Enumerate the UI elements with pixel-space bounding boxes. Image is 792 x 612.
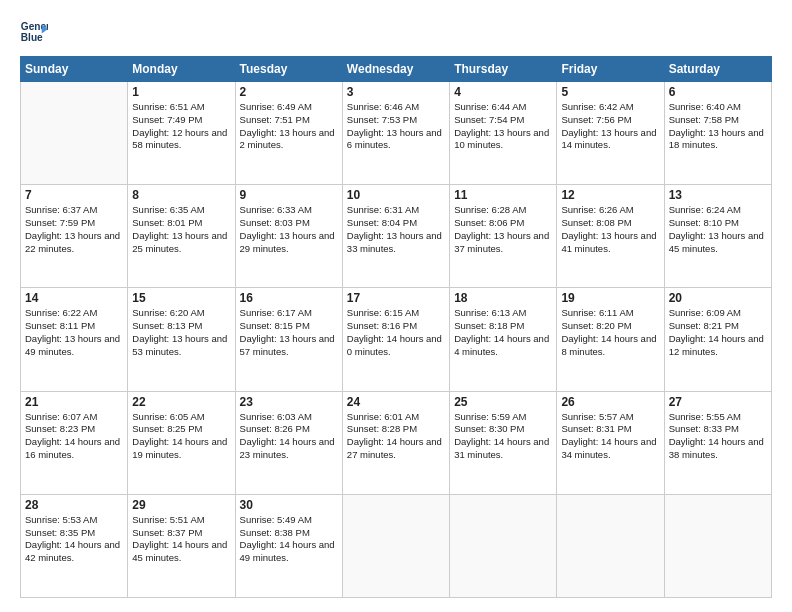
calendar-cell: 2Sunrise: 6:49 AMSunset: 7:51 PMDaylight… [235, 82, 342, 185]
calendar-cell: 19Sunrise: 6:11 AMSunset: 8:20 PMDayligh… [557, 288, 664, 391]
calendar-cell: 18Sunrise: 6:13 AMSunset: 8:18 PMDayligh… [450, 288, 557, 391]
day-number: 21 [25, 395, 123, 409]
calendar-cell [664, 494, 771, 597]
logo: General Blue [20, 18, 50, 46]
calendar-cell: 13Sunrise: 6:24 AMSunset: 8:10 PMDayligh… [664, 185, 771, 288]
day-number: 23 [240, 395, 338, 409]
calendar-cell: 5Sunrise: 6:42 AMSunset: 7:56 PMDaylight… [557, 82, 664, 185]
day-number: 17 [347, 291, 445, 305]
calendar-header-row: SundayMondayTuesdayWednesdayThursdayFrid… [21, 57, 772, 82]
calendar-cell: 23Sunrise: 6:03 AMSunset: 8:26 PMDayligh… [235, 391, 342, 494]
calendar-cell: 16Sunrise: 6:17 AMSunset: 8:15 PMDayligh… [235, 288, 342, 391]
day-number: 16 [240, 291, 338, 305]
day-info: Sunrise: 6:31 AMSunset: 8:04 PMDaylight:… [347, 204, 445, 255]
calendar-day-header: Thursday [450, 57, 557, 82]
day-number: 14 [25, 291, 123, 305]
calendar-cell: 14Sunrise: 6:22 AMSunset: 8:11 PMDayligh… [21, 288, 128, 391]
calendar-cell: 4Sunrise: 6:44 AMSunset: 7:54 PMDaylight… [450, 82, 557, 185]
day-number: 1 [132, 85, 230, 99]
day-number: 2 [240, 85, 338, 99]
day-info: Sunrise: 6:11 AMSunset: 8:20 PMDaylight:… [561, 307, 659, 358]
calendar-cell: 28Sunrise: 5:53 AMSunset: 8:35 PMDayligh… [21, 494, 128, 597]
day-number: 25 [454, 395, 552, 409]
day-info: Sunrise: 6:17 AMSunset: 8:15 PMDaylight:… [240, 307, 338, 358]
calendar-cell [21, 82, 128, 185]
day-number: 24 [347, 395, 445, 409]
calendar-cell: 29Sunrise: 5:51 AMSunset: 8:37 PMDayligh… [128, 494, 235, 597]
calendar-day-header: Friday [557, 57, 664, 82]
day-number: 26 [561, 395, 659, 409]
day-info: Sunrise: 6:46 AMSunset: 7:53 PMDaylight:… [347, 101, 445, 152]
day-number: 28 [25, 498, 123, 512]
calendar-week-row: 14Sunrise: 6:22 AMSunset: 8:11 PMDayligh… [21, 288, 772, 391]
day-number: 15 [132, 291, 230, 305]
calendar-day-header: Sunday [21, 57, 128, 82]
calendar-table: SundayMondayTuesdayWednesdayThursdayFrid… [20, 56, 772, 598]
day-info: Sunrise: 6:33 AMSunset: 8:03 PMDaylight:… [240, 204, 338, 255]
calendar-cell: 3Sunrise: 6:46 AMSunset: 7:53 PMDaylight… [342, 82, 449, 185]
day-info: Sunrise: 6:20 AMSunset: 8:13 PMDaylight:… [132, 307, 230, 358]
day-number: 12 [561, 188, 659, 202]
calendar-day-header: Wednesday [342, 57, 449, 82]
day-info: Sunrise: 6:07 AMSunset: 8:23 PMDaylight:… [25, 411, 123, 462]
day-number: 9 [240, 188, 338, 202]
calendar-cell: 21Sunrise: 6:07 AMSunset: 8:23 PMDayligh… [21, 391, 128, 494]
calendar-day-header: Monday [128, 57, 235, 82]
day-number: 27 [669, 395, 767, 409]
header: General Blue [20, 18, 772, 46]
day-number: 20 [669, 291, 767, 305]
calendar-week-row: 7Sunrise: 6:37 AMSunset: 7:59 PMDaylight… [21, 185, 772, 288]
calendar-cell: 12Sunrise: 6:26 AMSunset: 8:08 PMDayligh… [557, 185, 664, 288]
calendar-cell: 11Sunrise: 6:28 AMSunset: 8:06 PMDayligh… [450, 185, 557, 288]
calendar-week-row: 1Sunrise: 6:51 AMSunset: 7:49 PMDaylight… [21, 82, 772, 185]
day-info: Sunrise: 6:42 AMSunset: 7:56 PMDaylight:… [561, 101, 659, 152]
calendar-cell: 1Sunrise: 6:51 AMSunset: 7:49 PMDaylight… [128, 82, 235, 185]
logo-icon: General Blue [20, 18, 48, 46]
day-number: 3 [347, 85, 445, 99]
calendar-cell: 20Sunrise: 6:09 AMSunset: 8:21 PMDayligh… [664, 288, 771, 391]
day-number: 6 [669, 85, 767, 99]
day-info: Sunrise: 5:57 AMSunset: 8:31 PMDaylight:… [561, 411, 659, 462]
day-info: Sunrise: 6:05 AMSunset: 8:25 PMDaylight:… [132, 411, 230, 462]
day-info: Sunrise: 6:37 AMSunset: 7:59 PMDaylight:… [25, 204, 123, 255]
day-info: Sunrise: 5:53 AMSunset: 8:35 PMDaylight:… [25, 514, 123, 565]
day-number: 13 [669, 188, 767, 202]
day-number: 11 [454, 188, 552, 202]
day-number: 7 [25, 188, 123, 202]
day-info: Sunrise: 6:24 AMSunset: 8:10 PMDaylight:… [669, 204, 767, 255]
calendar-cell: 17Sunrise: 6:15 AMSunset: 8:16 PMDayligh… [342, 288, 449, 391]
day-number: 8 [132, 188, 230, 202]
calendar-cell: 7Sunrise: 6:37 AMSunset: 7:59 PMDaylight… [21, 185, 128, 288]
calendar-cell: 27Sunrise: 5:55 AMSunset: 8:33 PMDayligh… [664, 391, 771, 494]
calendar-cell: 30Sunrise: 5:49 AMSunset: 8:38 PMDayligh… [235, 494, 342, 597]
calendar-cell: 24Sunrise: 6:01 AMSunset: 8:28 PMDayligh… [342, 391, 449, 494]
calendar-cell [342, 494, 449, 597]
day-number: 29 [132, 498, 230, 512]
calendar-week-row: 21Sunrise: 6:07 AMSunset: 8:23 PMDayligh… [21, 391, 772, 494]
day-info: Sunrise: 6:22 AMSunset: 8:11 PMDaylight:… [25, 307, 123, 358]
day-number: 30 [240, 498, 338, 512]
day-info: Sunrise: 5:59 AMSunset: 8:30 PMDaylight:… [454, 411, 552, 462]
day-number: 18 [454, 291, 552, 305]
day-info: Sunrise: 6:35 AMSunset: 8:01 PMDaylight:… [132, 204, 230, 255]
day-info: Sunrise: 6:49 AMSunset: 7:51 PMDaylight:… [240, 101, 338, 152]
calendar-day-header: Tuesday [235, 57, 342, 82]
calendar-day-header: Saturday [664, 57, 771, 82]
svg-text:Blue: Blue [21, 32, 43, 43]
calendar-week-row: 28Sunrise: 5:53 AMSunset: 8:35 PMDayligh… [21, 494, 772, 597]
day-number: 5 [561, 85, 659, 99]
day-number: 22 [132, 395, 230, 409]
day-info: Sunrise: 5:51 AMSunset: 8:37 PMDaylight:… [132, 514, 230, 565]
day-number: 4 [454, 85, 552, 99]
day-info: Sunrise: 6:15 AMSunset: 8:16 PMDaylight:… [347, 307, 445, 358]
page: General Blue SundayMondayTuesdayWednesda… [0, 0, 792, 612]
day-info: Sunrise: 5:55 AMSunset: 8:33 PMDaylight:… [669, 411, 767, 462]
calendar-cell: 26Sunrise: 5:57 AMSunset: 8:31 PMDayligh… [557, 391, 664, 494]
day-number: 10 [347, 188, 445, 202]
calendar-cell: 10Sunrise: 6:31 AMSunset: 8:04 PMDayligh… [342, 185, 449, 288]
calendar-cell: 15Sunrise: 6:20 AMSunset: 8:13 PMDayligh… [128, 288, 235, 391]
calendar-cell: 8Sunrise: 6:35 AMSunset: 8:01 PMDaylight… [128, 185, 235, 288]
day-number: 19 [561, 291, 659, 305]
calendar-cell [557, 494, 664, 597]
day-info: Sunrise: 6:44 AMSunset: 7:54 PMDaylight:… [454, 101, 552, 152]
